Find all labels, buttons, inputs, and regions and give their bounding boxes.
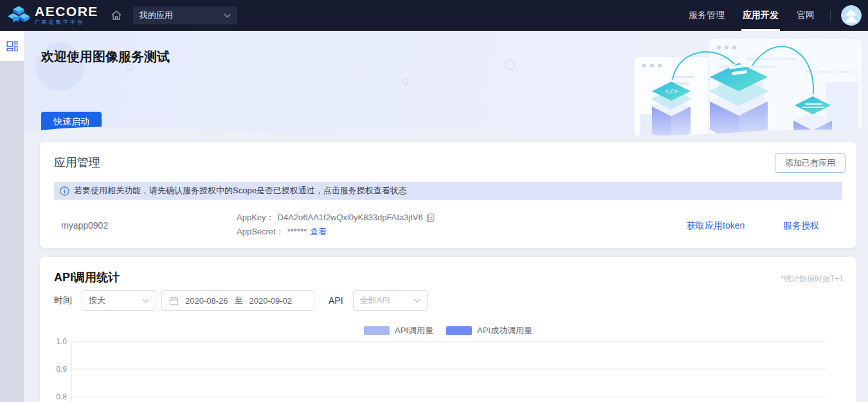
main-content: 欢迎使用图像服务测试 [24,31,868,402]
app-management-card: 应用管理 添加已有应用 若要使用相关功能，请先确认服务授权中的Scope是否已授… [40,142,856,248]
decorative-ring [505,60,515,70]
grid-layout-icon [6,40,18,52]
brand-logo[interactable]: AECORE 广联达数字中台 [0,4,98,26]
svg-text:</>: </> [665,88,678,96]
scope-notice-banner: 若要使用相关功能，请先确认服务授权中的Scope是否已授权通过，点击服务授权查看… [54,182,842,200]
chevron-down-icon [224,13,231,18]
brand-subtitle: 广联达数字中台 [35,19,98,26]
api-stats-card: API调用统计 *统计数据时效T+1 时间 按天 [40,257,856,402]
app-selector-dropdown[interactable]: 我的应用 [133,6,237,24]
service-authorization-link[interactable]: 服务授权 [783,220,819,232]
y-tick-2: 0.9 [56,365,67,374]
brand-name: AECORE [35,5,98,18]
sidebar-item-overview[interactable] [4,38,21,55]
brand-text: AECORE 广联达数字中台 [35,5,98,26]
home-icon[interactable] [110,9,123,22]
appsecret-masked-value: ****** [287,225,307,239]
appsecret-line: AppSecret：****** 查看 [237,225,435,239]
app-row: myapp0902 AppKey：D4A2o6AA1f2wQxl0yK833dp… [40,206,856,246]
view-secret-link[interactable]: 查看 [310,225,327,239]
app-management-title: 应用管理 [54,155,100,170]
scope-notice-text: 若要使用相关功能，请先确认服务授权中的Scope是否已授权通过，点击服务授权查看… [74,185,407,197]
page: AECORE 广联达数字中台 我的应用 服务管理 应用开发 官网 [0,0,868,402]
appkey-value: D4A2o6AA1f2wQxl0yK833dpFAIa3jtV6 [278,211,423,225]
hero-banner: 欢迎使用图像服务测试 [24,31,868,144]
add-existing-app-button[interactable]: 添加已有应用 [775,153,845,173]
app-name: myapp0902 [61,220,108,231]
navbar-menu: 服务管理 应用开发 官网 [680,0,868,31]
nav-item-app-development[interactable]: 应用开发 [734,0,788,31]
copy-icon[interactable] [426,213,435,222]
left-sidebar [0,31,24,402]
appsecret-label: AppSecret： [237,225,284,239]
hero-wave-decoration [24,116,868,144]
page-title: 欢迎使用图像服务测试 [41,48,170,66]
sidebar-top [0,31,24,61]
get-app-token-link[interactable]: 获取应用token [687,220,745,232]
decorative-ring [402,78,408,85]
y-tick-3: 0.8 [56,392,67,401]
appkey-line: AppKey：D4A2o6AA1f2wQxl0yK833dpFAIa3jtV6 [237,211,435,225]
nav-item-official-site[interactable]: 官网 [788,0,824,31]
navbar-divider [830,10,831,21]
api-usage-chart: 1.0 0.9 0.8 [40,257,856,402]
app-selector-value: 我的应用 [140,10,173,21]
appkey-label: AppKey： [237,211,275,225]
user-avatar[interactable] [841,5,862,26]
app-credentials: AppKey：D4A2o6AA1f2wQxl0yK833dpFAIa3jtV6 [237,211,435,239]
info-icon [60,186,69,196]
y-tick-1: 1.0 [56,337,67,346]
logo-cube-icon [8,4,30,26]
nav-item-service-management[interactable]: 服务管理 [680,0,734,31]
top-navbar: AECORE 广联达数字中台 我的应用 服务管理 应用开发 官网 [0,0,868,31]
